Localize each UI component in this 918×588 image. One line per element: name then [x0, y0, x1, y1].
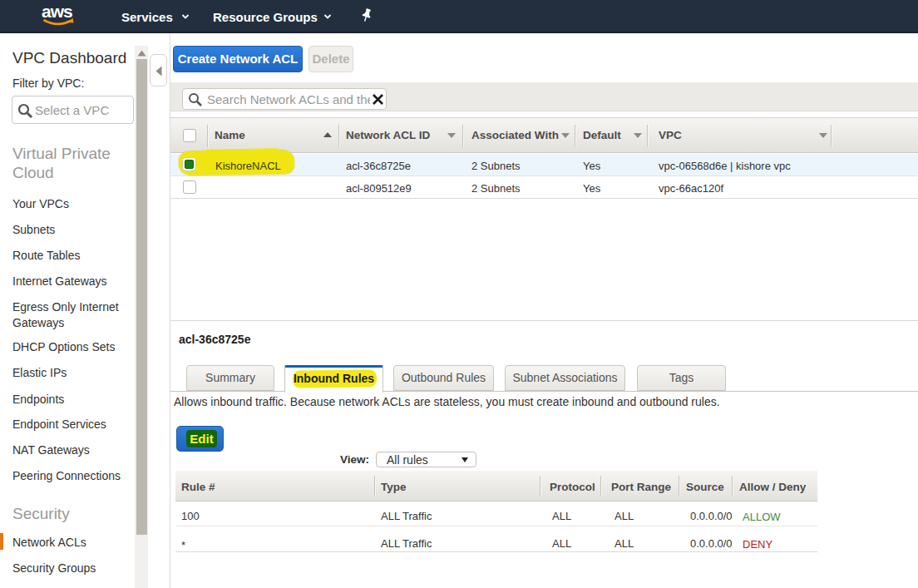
svg-text:aws: aws: [42, 3, 72, 21]
